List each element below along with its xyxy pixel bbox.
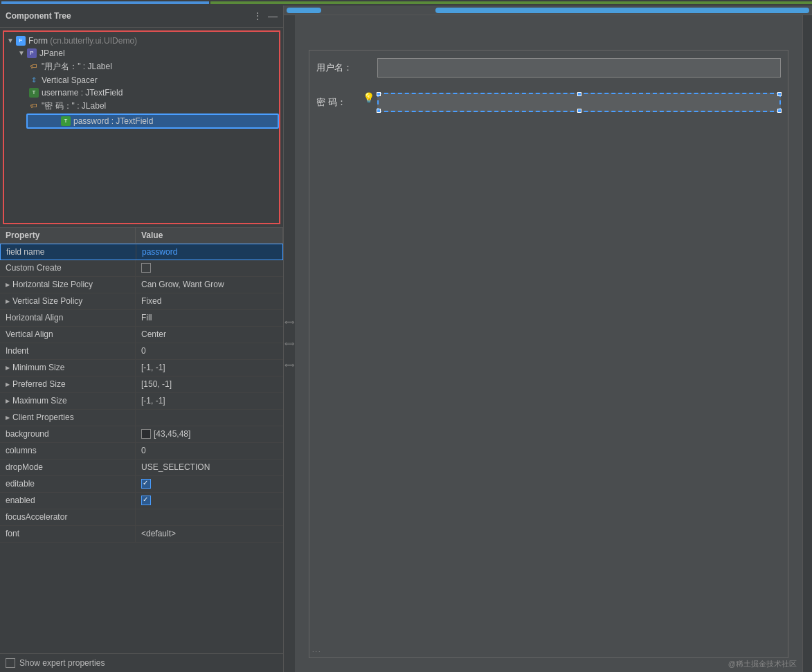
enabled-checkbox[interactable] — [141, 496, 151, 505]
main-layout: Component Tree ⋮ — ▼ F Form (cn.butterfl… — [0, 6, 812, 672]
canvas-scrollbar-top[interactable] — [284, 6, 812, 15]
username-row: 用户名： — [309, 51, 788, 85]
tree-label-form: Form (cn.butterfly.ui.UIDemo) — [28, 36, 137, 46]
show-expert-checkbox[interactable] — [6, 658, 15, 668]
username-label: 用户名： — [316, 62, 372, 74]
tree-item-password[interactable]: T password : JTextField — [26, 113, 279, 129]
prop-row-preferred-size[interactable]: Preferred Size [150, -1] — [0, 376, 283, 393]
prop-name-h-align: Horizontal Align — [0, 310, 136, 326]
tree-arrow-jpanel: ▼ — [18, 49, 25, 57]
resize-arrow-up[interactable]: ⟺ — [285, 318, 294, 326]
prop-value-max-size: [-1, -1] — [136, 393, 283, 409]
prop-name-enabled: enabled — [0, 493, 136, 509]
tree-label-spacer: Vertical Spacer — [42, 75, 98, 85]
right-panel: ⟺ ⟺ ⟺ 用户名： 密 码： — [284, 6, 812, 672]
selection-handle-tm — [577, 92, 581, 96]
custom-create-checkbox[interactable] — [141, 263, 151, 273]
tree-label-user-label: "用户名：" : JLabel — [42, 61, 112, 73]
prop-name-background: background — [0, 426, 136, 442]
top-bar — [0, 0, 812, 6]
prop-row-h-size-policy[interactable]: Horizontal Size Policy Can Grow, Want Gr… — [0, 277, 283, 293]
header-icons: ⋮ — — [253, 10, 278, 21]
tree-label-username: username : JTextField — [42, 88, 123, 98]
value-col-header: Value — [136, 228, 283, 243]
tree-type-form: (cn.butterfly.ui.UIDemo) — [50, 36, 137, 46]
scrollbar-thumb-left[interactable] — [287, 8, 321, 13]
prop-row-v-size-policy[interactable]: Vertical Size Policy Fixed — [0, 293, 283, 310]
canvas-scrollbar-right[interactable] — [802, 15, 812, 672]
prop-name-custom-create: Custom Create — [0, 260, 136, 276]
prop-value-min-size: [-1, -1] — [136, 360, 283, 376]
resize-arrow-mid[interactable]: ⟺ — [285, 340, 294, 347]
prop-row-h-align[interactable]: Horizontal Align Fill — [0, 310, 283, 327]
minimize-icon[interactable]: — — [268, 10, 278, 21]
prop-row-client-props[interactable]: Client Properties — [0, 410, 283, 426]
tree-item-jpanel[interactable]: ▼ P JPanel — [15, 47, 279, 60]
tree-item-vertical-spacer[interactable]: ⇕ Vertical Spacer — [26, 74, 279, 87]
prop-value-field-name[interactable]: password — [136, 244, 282, 260]
prop-value-background: [43,45,48] — [136, 426, 283, 442]
prop-name-max-size: Maximum Size — [0, 393, 136, 409]
form-design-canvas: 用户名： 密 码： 💡 — [295, 15, 802, 672]
textfield-icon-username: T — [29, 88, 39, 98]
prop-name-field-name: field name — [1, 244, 136, 260]
label-icon-pwd: 🏷 — [29, 101, 39, 111]
properties-header: Property Value — [0, 228, 283, 244]
tree-label-pwd-label: "密 码：" : JLabel — [42, 100, 106, 112]
left-panel: Component Tree ⋮ — ▼ F Form (cn.butterfl… — [0, 6, 284, 672]
prop-row-v-align[interactable]: Vertical Align Center — [0, 327, 283, 343]
prop-row-editable[interactable]: editable — [0, 476, 283, 493]
form-icon: F — [16, 36, 26, 46]
prop-value-enabled[interactable] — [136, 493, 283, 509]
prop-value-v-size-policy: Fixed — [136, 293, 283, 309]
selection-handle-br — [777, 109, 782, 113]
prop-value-custom-create[interactable] — [136, 260, 283, 276]
properties-panel: Property Value field name password Custo… — [0, 227, 283, 653]
prop-row-focus-accelerator[interactable]: focusAccelerator — [0, 509, 283, 526]
prop-value-indent: 0 — [136, 343, 283, 359]
show-expert-row[interactable]: Show expert properties — [0, 653, 283, 672]
prop-name-min-size: Minimum Size — [0, 360, 136, 376]
show-expert-label: Show expert properties — [19, 658, 105, 668]
label-icon-user: 🏷 — [29, 62, 39, 71]
component-tree-area: ▼ F Form (cn.butterfly.ui.UIDemo) ▼ P JP… — [3, 30, 280, 224]
password-textfield[interactable] — [377, 93, 781, 112]
resize-handle-left[interactable]: ⟺ ⟺ ⟺ — [284, 15, 295, 672]
prop-row-indent[interactable]: Indent 0 — [0, 343, 283, 360]
prop-name-columns: columns — [0, 443, 136, 459]
prop-value-drop-mode: USE_SELECTION — [136, 460, 283, 475]
prop-name-preferred-size: Preferred Size — [0, 376, 136, 392]
prop-value-editable[interactable] — [136, 476, 283, 492]
prop-name-h-size-policy: Horizontal Size Policy — [0, 277, 136, 293]
prop-value-client-props — [136, 410, 283, 426]
prop-row-background[interactable]: background [43,45,48] — [0, 426, 283, 443]
prop-row-columns[interactable]: columns 0 — [0, 443, 283, 460]
prop-row-enabled[interactable]: enabled — [0, 493, 283, 509]
prop-value-v-align: Center — [136, 327, 283, 343]
prop-row-field-name[interactable]: field name password — [0, 244, 283, 260]
component-tree-title: Component Tree — [6, 11, 71, 21]
selection-handle-bm — [577, 109, 581, 113]
prop-row-custom-create[interactable]: Custom Create — [0, 260, 283, 277]
tree-item-pwd-label[interactable]: 🏷 "密 码：" : JLabel — [26, 99, 279, 113]
prop-row-max-size[interactable]: Maximum Size [-1, -1] — [0, 393, 283, 410]
tree-item-form[interactable]: ▼ F Form (cn.butterfly.ui.UIDemo) — [4, 35, 279, 47]
more-options-icon[interactable]: ⋮ — [253, 10, 262, 21]
username-textfield[interactable] — [377, 58, 781, 78]
tree-label-jpanel: JPanel — [39, 48, 65, 58]
tree-item-user-label[interactable]: 🏷 "用户名：" : JLabel — [26, 60, 279, 74]
prop-row-min-size[interactable]: Minimum Size [-1, -1] — [0, 360, 283, 376]
resize-arrow-down[interactable]: ⟺ — [285, 361, 294, 369]
scrollbar-thumb-right[interactable] — [435, 8, 809, 13]
prop-value-h-align: Fill — [136, 310, 283, 326]
prop-value-columns: 0 — [136, 443, 283, 459]
tree-item-username[interactable]: T username : JTextField — [26, 87, 279, 99]
prop-row-drop-mode[interactable]: dropMode USE_SELECTION — [0, 460, 283, 476]
background-color-swatch[interactable] — [141, 429, 151, 439]
prop-row-font[interactable]: font <default> — [0, 526, 283, 543]
watermark: @稀土掘金技术社区 — [728, 659, 797, 669]
form-window: 用户名： 密 码： 💡 — [309, 50, 788, 658]
editable-checkbox[interactable] — [141, 479, 151, 489]
prop-name-editable: editable — [0, 476, 136, 492]
property-col-header: Property — [0, 228, 136, 243]
